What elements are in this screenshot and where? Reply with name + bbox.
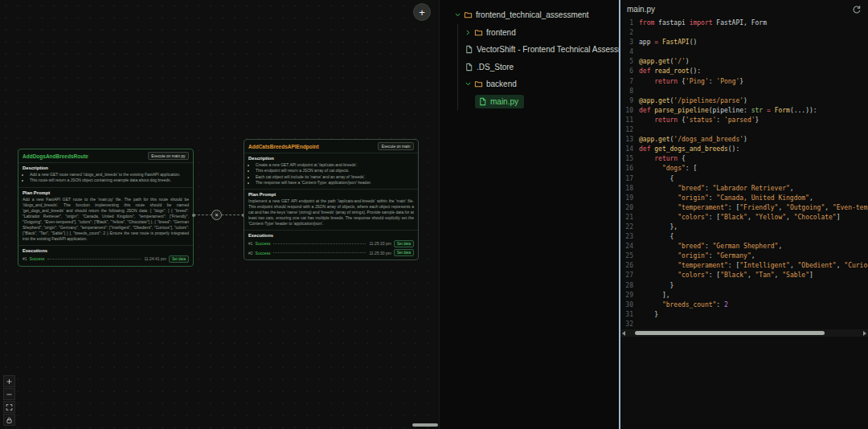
tree-item-inner: frontend [474,28,516,37]
code-token: "Curious" [844,262,868,269]
code-token: FastAPI, Form [713,19,767,27]
description-list: Create a new GET API endpoint at '/api/c… [248,162,414,186]
node-add-cats-breeds-api-endpoint[interactable]: AddCatsBreedsAPIEndpoint Execute on main… [244,139,419,260]
tree-item-frontend[interactable]: frontend [440,24,619,42]
refresh-icon[interactable] [852,5,862,14]
code-line: 3app = FastAPI() [620,38,868,47]
plan-prompt-text: Implement a new GET API endpoint at the … [248,198,414,227]
execute-button[interactable]: Execute on main [378,142,414,150]
editor-hscrollbar[interactable] [620,329,868,337]
tree-item-inner: frontend_technical_assessment [464,10,589,19]
scrollbar-thumb[interactable] [635,331,825,335]
node-title: AddCatsBreedsAPIEndpoint [248,144,319,149]
scroll-right-icon[interactable] [863,331,866,336]
folder-icon [464,10,473,19]
code-area: 1from fastapi import FastAPI, Form23app … [620,18,868,329]
code-token: 'Pong' [716,78,739,85]
chevron-right-icon [465,29,472,36]
code-line: 25 "origin": "Germany", [620,251,868,261]
plan-prompt-label: Plan Prompt [248,192,414,197]
tree-item-backend[interactable]: backend [440,76,619,93]
code-editor[interactable]: main.py 1from fastapi import FastAPI, Fo… [620,0,868,429]
code-token: , [786,214,794,221]
lock-button[interactable] [3,414,15,426]
set-data-button[interactable]: Set data [394,240,414,247]
code-token: @app.get [639,136,670,143]
tree-item-vectorshift-frontend-technical-assessment[interactable]: VectorShift - Frontend Technical Assessm… [440,41,619,59]
line-number: 12 [620,125,633,135]
code-token: : [ [709,272,720,279]
description-section: Description Create a new GET API endpoin… [244,153,418,190]
tree-item-main-py[interactable]: main.py [440,93,619,111]
code-token: "Sable" [782,272,809,279]
tree-item-inner: VectorShift - Frontend Technical Assessm… [465,45,619,54]
set-data-button[interactable]: Set data [394,249,414,256]
code-line: 27 "colors": ["Black", "Tan", "Sable"] [620,271,868,280]
code-token [639,78,654,85]
scroll-left-icon[interactable] [622,331,625,336]
canvas-scrollbar-thumb[interactable] [412,423,438,427]
execute-button[interactable]: Execute on main.py [148,152,189,160]
line-number: 10 [620,106,633,116]
code-line: 18 "breed": "Labrador Retriever", [620,184,868,194]
code-token: ) [686,58,690,65]
zoom-out-button[interactable] [3,388,15,400]
line-number: 25 [620,251,633,261]
code-token [639,262,678,269]
code-token: fastapi [654,19,689,27]
code-token: "Outgoing" [786,204,825,211]
node-add-dogs-and-breeds-route[interactable]: AddDogsAndBreedsRoute Execute on main.py… [18,149,194,267]
tree-item-frontend-technical-assessment[interactable]: frontend_technical_assessment [440,6,619,24]
code-token: "Black" [720,214,747,221]
code-token: }, [639,223,678,231]
code-token: , [778,204,786,211]
flow-canvas[interactable]: + AddDogsAndBreedsRoute Execute on main.… [0,0,439,429]
set-data-button[interactable]: Set data [169,255,189,263]
code-token: 'Ping' [686,78,709,85]
line-number: 29 [620,291,633,300]
line-number: 7 [620,77,633,87]
code-line: 2 [620,28,868,38]
add-node-button[interactable]: + [413,3,431,21]
code-line: 22 }, [620,223,868,232]
delete-edge-button[interactable]: × [211,210,222,220]
code-token: } [639,311,658,318]
execution-row: #2Success11:25:30 pmSet data [248,249,414,256]
code-token: 2 [724,301,728,308]
code-token: "origin" [678,252,709,259]
code-token: ] [809,272,813,279]
code-token: return [654,78,678,85]
code-token: } [755,116,760,124]
code-line: 8 [620,87,868,96]
code-line: 24 "breed": "German Shepherd", [620,242,868,251]
code-token: '/' [674,58,685,65]
code-token [639,116,654,124]
code-token: , [775,272,783,279]
node-title: AddDogsAndBreedsRoute [23,153,88,159]
line-number: 18 [620,184,633,194]
code-line: 20 "temperament": ["Friendly", "Outgoing… [620,203,868,213]
description-bullet: This endpoint will return a JSON array o… [256,168,414,174]
code-token [639,165,662,172]
code-token: : [716,116,724,124]
code-token: : [716,301,724,308]
executions-label: Executions [248,233,414,238]
tree-item-ds-store[interactable]: .DS_Store [440,59,619,76]
code-token: "dogs" [662,165,686,172]
code-line: 5@app.get('/') [620,57,868,67]
editor-header: main.py [620,0,868,18]
code-token: } [739,78,743,85]
fit-view-button[interactable] [3,401,15,413]
fit-view-icon [6,403,13,411]
tree-item-label: frontend [486,28,516,37]
code-token: , [825,204,833,211]
code-token: "Chocolate" [794,214,837,221]
code-token: { [678,155,686,162]
code-token: return [654,155,678,162]
line-number: 3 [620,38,633,47]
code-token: , [809,194,813,202]
zoom-in-button[interactable] [3,375,15,387]
code-token: : [ [728,204,739,211]
code-token [639,204,678,211]
line-number: 11 [620,116,633,125]
